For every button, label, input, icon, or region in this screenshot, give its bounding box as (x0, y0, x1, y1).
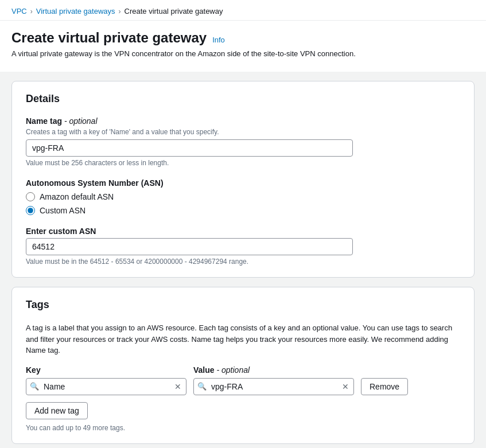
name-tag-field-group: Name tag - optional Creates a tag with a… (26, 116, 460, 167)
asn-field-group: Autonomous System Number (ASN) Amazon de… (26, 178, 460, 215)
custom-asn-field-group: Enter custom ASN Value must be in the 64… (26, 227, 460, 266)
name-tag-input[interactable] (26, 139, 353, 157)
key-column-header: Key (26, 365, 186, 375)
radio-custom-asn-input[interactable] (26, 206, 35, 215)
clear-value-button[interactable]: ✕ (341, 381, 350, 392)
remove-tag-button[interactable]: Remove (361, 378, 408, 395)
asn-label: Autonomous System Number (ASN) (26, 178, 460, 188)
info-link[interactable]: Info (212, 36, 225, 44)
breadcrumb: VPC › Virtual private gateways › Create … (0, 0, 486, 21)
details-card-title: Details (26, 93, 460, 105)
breadcrumb-sep-1: › (30, 7, 33, 15)
breadcrumb-vpc-link[interactable]: VPC (11, 7, 27, 15)
tag-value-column: Value - optional 🔍 ✕ (193, 365, 354, 395)
page-title: Create virtual private gateway (11, 30, 207, 46)
search-icon-value: 🔍 (197, 382, 207, 391)
search-icon-key: 🔍 (30, 382, 39, 391)
details-card: Details Name tag - optional Creates a ta… (11, 81, 475, 278)
custom-asn-label: Enter custom ASN (26, 227, 460, 236)
tags-description: A tag is a label that you assign to an A… (26, 322, 460, 356)
breadcrumb-current: Create virtual private gateway (125, 7, 223, 15)
clear-key-button[interactable]: ✕ (173, 381, 182, 392)
custom-asn-input[interactable] (26, 238, 353, 255)
add-new-tag-button[interactable]: Add new tag (26, 402, 88, 419)
radio-custom-asn[interactable]: Custom ASN (26, 206, 460, 215)
name-tag-label: Name tag - optional (26, 116, 460, 126)
value-column-header: Value - optional (193, 365, 354, 375)
tag-key-column: Key 🔍 ✕ (26, 365, 186, 395)
tags-footer-hint: You can add up to 49 more tags. (26, 424, 460, 432)
breadcrumb-sep-2: › (119, 7, 121, 15)
custom-asn-hint-below: Value must be in the 64512 - 65534 or 42… (26, 258, 460, 266)
radio-amazon-default-input[interactable] (26, 192, 35, 201)
tag-key-input[interactable] (41, 379, 173, 395)
value-search-wrapper: 🔍 ✕ (193, 378, 354, 395)
breadcrumb-vpg-link[interactable]: Virtual private gateways (36, 7, 115, 15)
tags-card-title: Tags (26, 299, 460, 311)
name-tag-hint: Creates a tag with a key of 'Name' and a… (26, 128, 460, 136)
tag-value-input[interactable] (209, 379, 341, 395)
page-description: A virtual private gateway is the VPN con… (11, 49, 475, 58)
name-tag-hint-below: Value must be 256 characters or less in … (26, 159, 460, 167)
radio-custom-asn-label: Custom ASN (40, 206, 85, 215)
key-search-wrapper: 🔍 ✕ (26, 378, 186, 395)
radio-amazon-default[interactable]: Amazon default ASN (26, 192, 460, 201)
tag-action-column: Remove (361, 365, 408, 395)
page-header: Create virtual private gateway Info A vi… (0, 21, 486, 72)
tags-card: Tags A tag is a label that you assign to… (11, 287, 475, 444)
radio-amazon-default-label: Amazon default ASN (40, 192, 114, 201)
